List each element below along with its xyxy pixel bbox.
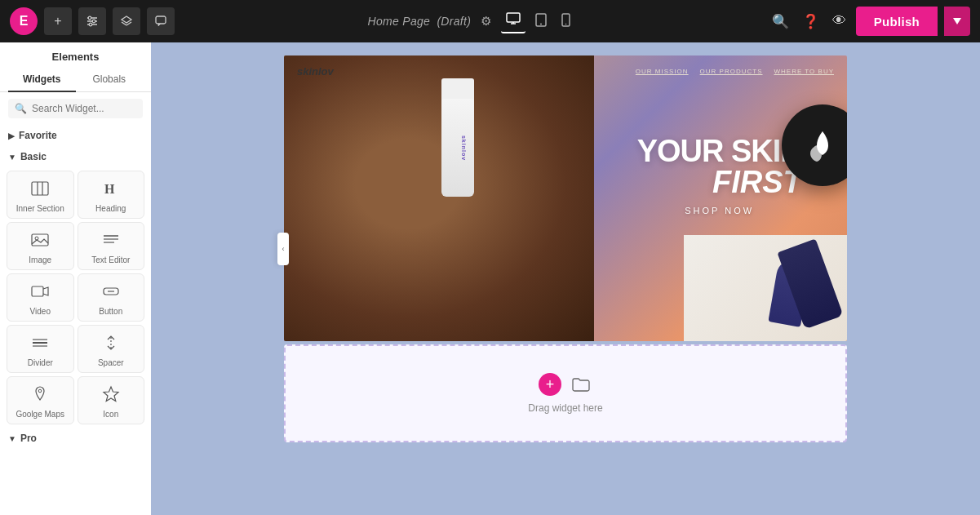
favorite-collapse-arrow: ▶: [8, 131, 15, 140]
svg-rect-9: [156, 16, 166, 24]
svg-rect-18: [32, 182, 48, 195]
drag-add-button[interactable]: +: [539, 373, 561, 396]
text-editor-icon: [102, 231, 120, 251]
heading-icon: H: [102, 180, 120, 200]
pro-section-header[interactable]: ▼ Pro: [0, 428, 151, 449]
hero-section: skinlov skinlov OUR MISSION OUR PRODUCTS…: [284, 55, 847, 341]
panel-header: Elements: [0, 42, 151, 68]
hero-bottle-label: skinlov: [461, 135, 467, 161]
hero-nav-links: OUR MISSION OUR PRODUCTS WHERE TO BUY: [636, 68, 834, 75]
layers-button[interactable]: [113, 7, 140, 35]
video-label: Video: [30, 307, 51, 316]
inner-section-icon: [31, 180, 49, 200]
svg-marker-17: [953, 18, 961, 24]
hero-brand: skinlov: [297, 65, 334, 78]
canvas-area: ‹ skinlov skinlov OUR MISSION OUR PRODUC…: [151, 42, 980, 515]
divider-label: Divider: [28, 358, 53, 367]
basic-section-header[interactable]: ▼ Basic: [0, 146, 151, 167]
svg-rect-10: [507, 13, 520, 22]
pro-collapse-arrow: ▼: [8, 434, 16, 443]
publish-dropdown-button[interactable]: [944, 7, 970, 36]
tab-widgets[interactable]: Widgets: [8, 68, 76, 92]
widget-button[interactable]: Button: [78, 273, 145, 322]
widget-google-maps[interactable]: Goolge Maps: [7, 376, 74, 424]
mobile-view-button[interactable]: [557, 10, 575, 33]
svg-point-16: [565, 23, 567, 24]
nav-link-products[interactable]: OUR PRODUCTS: [700, 68, 763, 75]
drag-zone-icons: +: [539, 373, 592, 396]
drag-zone-label: Drag widget here: [528, 402, 602, 414]
help-button[interactable]: ❓: [799, 10, 823, 33]
drag-zone[interactable]: + Drag widget here: [284, 344, 847, 442]
nav-link-where[interactable]: WHERE TO BUY: [774, 68, 835, 75]
device-switcher: [501, 9, 575, 33]
svg-point-4: [92, 20, 95, 23]
widget-text-editor[interactable]: Text Editor: [78, 222, 145, 270]
svg-point-14: [540, 23, 542, 24]
svg-rect-22: [32, 234, 48, 246]
toolbar-center: Home Page (Draft) ⚙: [181, 9, 762, 33]
hero-headline1: YOUR SKIN: [637, 135, 802, 166]
svg-marker-6: [122, 16, 131, 23]
image-icon: [31, 231, 49, 251]
hero-person-image: [284, 55, 594, 341]
video-icon: [31, 282, 49, 303]
tab-globals[interactable]: Globals: [76, 68, 144, 92]
desktop-view-button[interactable]: [501, 9, 525, 33]
chat-icon: [154, 15, 167, 28]
svg-rect-27: [32, 286, 43, 296]
hero-nav: skinlov OUR MISSION OUR PRODUCTS WHERE T…: [297, 65, 834, 78]
settings-button[interactable]: [78, 7, 106, 35]
spacer-label: Spacer: [98, 358, 124, 367]
tablet-view-button[interactable]: [530, 10, 552, 33]
image-label: Image: [29, 255, 51, 264]
toolbar-right: 🔍 ❓ 👁 Publish: [769, 7, 970, 36]
icon-widget-icon: [102, 385, 120, 406]
svg-marker-35: [104, 387, 118, 402]
divider-icon: [31, 334, 49, 354]
svg-point-5: [89, 23, 92, 26]
basic-collapse-arrow: ▼: [8, 153, 16, 162]
preview-button[interactable]: 👁: [829, 10, 849, 33]
search-button[interactable]: 🔍: [769, 10, 792, 33]
widget-image[interactable]: Image: [7, 222, 74, 270]
widget-heading[interactable]: H Heading: [78, 171, 145, 219]
nav-link-mission[interactable]: OUR MISSION: [636, 68, 689, 75]
comments-button[interactable]: [147, 7, 175, 35]
drag-folder-button[interactable]: [570, 373, 592, 396]
google-maps-icon: [31, 385, 49, 406]
google-maps-label: Goolge Maps: [16, 410, 64, 419]
widget-search-box[interactable]: 🔍: [8, 99, 143, 118]
sliders-icon: [86, 15, 99, 28]
panel-tabs: Widgets Globals: [0, 68, 151, 92]
panel-collapse-handle[interactable]: ‹: [277, 233, 289, 265]
heading-label: Heading: [95, 204, 126, 213]
inner-section-label: Inner Section: [16, 204, 64, 213]
widgets-grid: Inner Section H Heading: [0, 167, 151, 428]
page-settings-icon[interactable]: ⚙: [481, 14, 491, 29]
canvas-wrapper: ‹ skinlov skinlov OUR MISSION OUR PRODUC…: [284, 55, 847, 442]
add-element-button[interactable]: +: [44, 7, 72, 35]
chevron-down-icon: [953, 18, 961, 24]
widget-divider[interactable]: Divider: [7, 325, 74, 373]
hero-bottle: skinlov: [441, 99, 474, 197]
button-icon: [102, 282, 120, 303]
widget-video[interactable]: Video: [7, 273, 74, 322]
search-input[interactable]: [32, 103, 136, 114]
left-panel: Elements Widgets Globals 🔍 ▶ Favorite ▼ …: [0, 42, 151, 515]
button-label: Button: [99, 307, 122, 316]
publish-button[interactable]: Publish: [856, 7, 938, 36]
widget-inner-section[interactable]: Inner Section: [7, 171, 74, 219]
widget-icon[interactable]: Icon: [78, 376, 145, 424]
widget-spacer[interactable]: Spacer: [78, 325, 145, 373]
elementor-logo[interactable]: E: [10, 7, 38, 35]
hero-headline2: FIRST: [637, 166, 802, 198]
spacer-icon: [102, 334, 120, 354]
svg-point-34: [38, 389, 42, 393]
favorite-section-header[interactable]: ▶ Favorite: [0, 125, 151, 146]
main-area: Elements Widgets Globals 🔍 ▶ Favorite ▼ …: [0, 42, 980, 515]
svg-text:H: H: [104, 182, 115, 196]
layers-icon: [120, 15, 133, 28]
hero-cta[interactable]: SHOP NOW: [637, 206, 802, 215]
toolbar: E + Home Page (Draft) ⚙: [0, 0, 980, 42]
